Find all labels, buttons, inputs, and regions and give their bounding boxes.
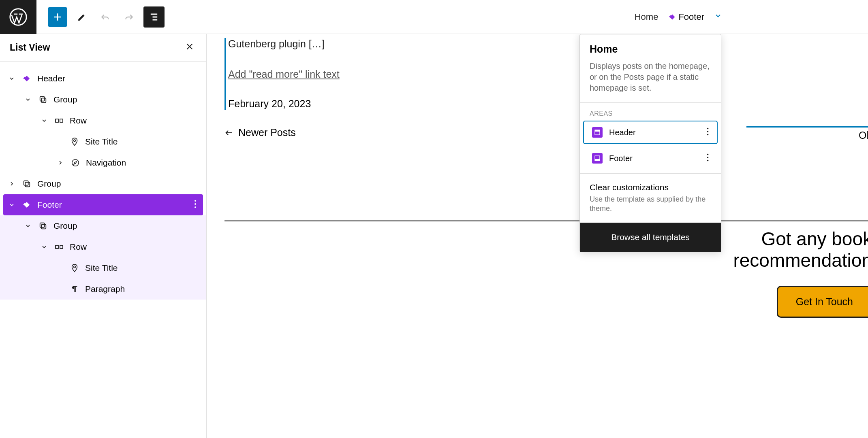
tree-item-label: Site Title xyxy=(85,137,118,147)
post-excerpt-block[interactable]: Gutenberg plugin […] Add "read more" lin… xyxy=(224,38,370,110)
popover-description: Displays posts on the homepage, or on th… xyxy=(590,61,711,94)
svg-rect-17 xyxy=(56,245,58,249)
area-item-footer[interactable]: Footer xyxy=(584,147,717,169)
get-in-touch-button[interactable]: Get In Touch xyxy=(777,286,868,318)
site-title-pin-icon xyxy=(69,262,80,274)
area-item-label: Footer xyxy=(609,154,633,163)
area-item-options-button[interactable] xyxy=(707,128,709,138)
main-layout: List View Header Group Row xyxy=(0,34,868,438)
wordpress-logo-button[interactable] xyxy=(0,0,36,34)
chevron-down-icon[interactable] xyxy=(24,223,32,229)
svg-point-27 xyxy=(707,153,709,155)
svg-rect-11 xyxy=(24,202,30,208)
clear-description: Use the template as supplied by the them… xyxy=(590,195,711,214)
tree-item-navigation[interactable]: Navigation xyxy=(0,152,206,173)
sidebar-header: List View xyxy=(0,34,206,62)
tree-item-label: Row xyxy=(70,116,87,125)
tree-item-label: Navigation xyxy=(86,158,126,168)
separator-block[interactable] xyxy=(224,220,868,221)
svg-rect-1 xyxy=(670,14,675,19)
tree-item-paragraph[interactable]: Paragraph xyxy=(0,279,206,300)
newer-posts-link[interactable]: Newer Posts xyxy=(224,127,868,138)
more-vertical-icon xyxy=(707,153,709,162)
chevron-down-icon xyxy=(714,12,722,20)
selection-outline xyxy=(746,126,868,128)
breadcrumb-home[interactable]: Home xyxy=(635,12,658,22)
tree-item-site-title[interactable]: Site Title xyxy=(0,131,206,152)
chevron-down-icon[interactable] xyxy=(24,96,32,103)
read-more-link-placeholder[interactable]: Add "read more" link text xyxy=(228,68,340,80)
group-icon xyxy=(37,94,49,105)
clear-customizations-button[interactable]: Clear customizations Use the template as… xyxy=(580,174,721,223)
clear-title: Clear customizations xyxy=(590,183,711,192)
edit-tool-button[interactable] xyxy=(73,8,91,26)
svg-point-12 xyxy=(195,200,196,202)
chevron-right-icon[interactable] xyxy=(56,159,65,166)
tree-item-group[interactable]: Group xyxy=(0,173,206,194)
footer-cta-block[interactable]: Got any book recommendation Get In Touch xyxy=(710,228,868,318)
more-vertical-icon xyxy=(194,200,197,208)
toolbar-left-group xyxy=(48,6,165,28)
breadcrumb-current[interactable]: Footer xyxy=(665,11,707,23)
add-block-button[interactable] xyxy=(48,7,67,27)
document-breadcrumb: Home Footer xyxy=(635,11,722,23)
newer-posts-label: Newer Posts xyxy=(238,127,296,138)
area-item-header[interactable]: Header xyxy=(584,121,717,143)
chevron-right-icon[interactable] xyxy=(7,181,16,187)
svg-rect-15 xyxy=(40,223,45,228)
svg-rect-2 xyxy=(24,76,30,81)
svg-point-23 xyxy=(707,131,709,132)
undo-button[interactable] xyxy=(96,8,114,26)
template-part-diamond-icon xyxy=(668,13,677,21)
svg-rect-10 xyxy=(25,182,30,187)
redo-button[interactable] xyxy=(120,8,138,26)
chevron-down-icon[interactable] xyxy=(40,117,49,124)
tree-item-options-button[interactable] xyxy=(194,200,197,210)
tree-item-group[interactable]: Group xyxy=(0,89,206,110)
svg-rect-3 xyxy=(40,97,45,101)
svg-rect-9 xyxy=(24,181,28,185)
chevron-down-icon[interactable] xyxy=(40,244,49,250)
block-tree: Header Group Row Site Title Navigation xyxy=(0,62,206,300)
browse-all-templates-button[interactable]: Browse all templates xyxy=(580,223,721,252)
popover-description-section: Home Displays posts on the homepage, or … xyxy=(580,34,721,102)
chevron-down-icon[interactable] xyxy=(7,75,16,82)
svg-point-14 xyxy=(195,206,196,208)
tree-item-label: Group xyxy=(53,95,77,104)
svg-rect-5 xyxy=(56,119,58,122)
svg-point-7 xyxy=(74,140,76,142)
close-list-view-button[interactable] xyxy=(183,40,197,55)
svg-point-29 xyxy=(707,159,709,161)
tree-item-label: Footer xyxy=(37,200,62,210)
arrow-left-icon xyxy=(224,128,233,137)
list-view-sidebar: List View Header Group Row xyxy=(0,34,207,438)
area-item-label: Header xyxy=(609,128,636,137)
breadcrumb-dropdown-toggle[interactable] xyxy=(714,12,722,22)
list-view-toggle-button[interactable] xyxy=(143,6,165,28)
post-title: Gutenberg plugin […] xyxy=(228,38,370,50)
tree-item-label: Paragraph xyxy=(85,284,125,294)
row-icon xyxy=(53,241,65,253)
svg-point-13 xyxy=(195,203,196,205)
group-icon xyxy=(21,178,32,189)
tree-item-row[interactable]: Row xyxy=(0,236,206,257)
tree-item-label: Group xyxy=(53,221,77,231)
footer-heading: Got any book recommendation xyxy=(710,228,868,271)
site-title-pin-icon xyxy=(69,136,80,147)
popover-areas-label: Areas xyxy=(580,103,721,121)
tree-item-header[interactable]: Header xyxy=(0,68,206,89)
tree-item-row[interactable]: Row xyxy=(0,110,206,131)
popover-title: Home xyxy=(590,43,711,55)
editor-canvas[interactable]: Gutenberg plugin […] Add "read more" lin… xyxy=(207,34,868,438)
tree-item-group[interactable]: Group xyxy=(0,215,206,236)
area-item-options-button[interactable] xyxy=(707,153,709,164)
tree-item-footer[interactable]: Footer xyxy=(3,194,203,215)
chevron-down-icon[interactable] xyxy=(7,202,16,208)
template-part-diamond-icon xyxy=(21,73,32,84)
tree-item-site-title[interactable]: Site Title xyxy=(0,257,206,279)
undo-icon xyxy=(100,12,111,22)
tree-item-label: Header xyxy=(37,74,65,83)
svg-rect-16 xyxy=(41,224,46,229)
navigation-compass-icon xyxy=(70,157,81,168)
list-view-icon xyxy=(148,11,160,23)
